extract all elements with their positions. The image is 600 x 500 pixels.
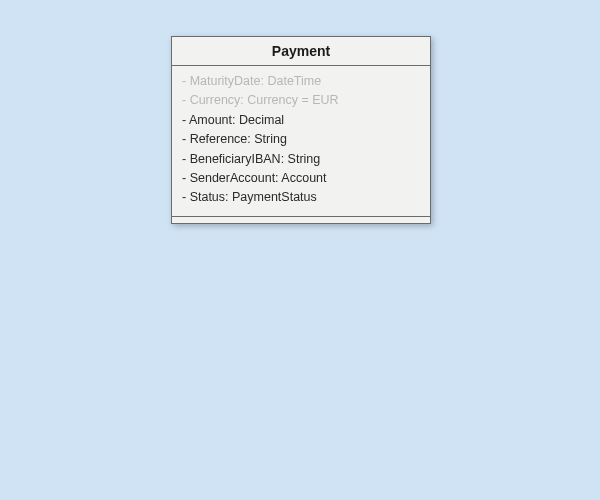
class-attributes: - MaturityDate: DateTime - Currency: Cur… (172, 66, 430, 217)
class-attribute: - Reference: String (182, 130, 420, 149)
class-attribute: - Currency: Currency = EUR (182, 91, 420, 110)
class-attribute: - Amount: Decimal (182, 111, 420, 130)
class-title: Payment (172, 37, 430, 66)
class-operations-empty (172, 217, 430, 223)
class-attribute: - BeneficiaryIBAN: String (182, 150, 420, 169)
class-attribute: - Status: PaymentStatus (182, 188, 420, 207)
uml-class-box: Payment - MaturityDate: DateTime - Curre… (171, 36, 431, 224)
class-attribute: - MaturityDate: DateTime (182, 72, 420, 91)
class-attribute: - SenderAccount: Account (182, 169, 420, 188)
